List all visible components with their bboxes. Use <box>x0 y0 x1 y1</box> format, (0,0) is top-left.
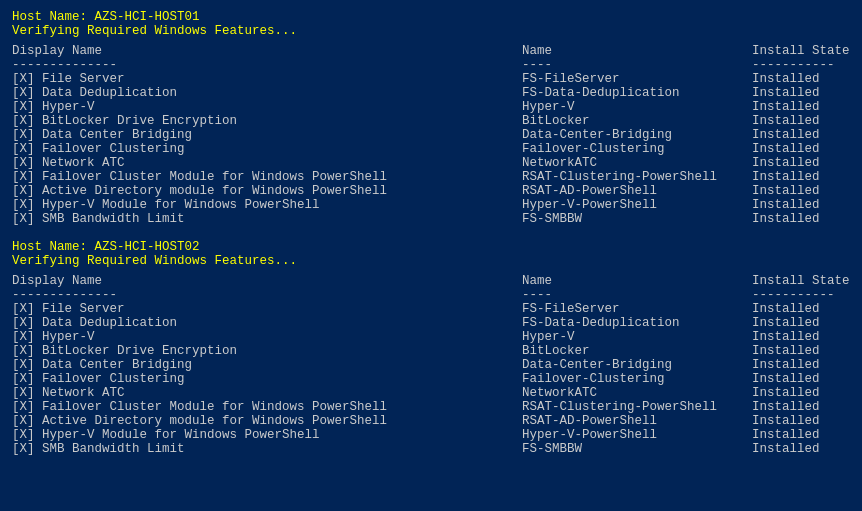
host2-header-name: Name <box>522 274 752 288</box>
row-name: RSAT-AD-PowerShell <box>522 414 752 428</box>
terminal-output: Host Name: AZS-HCI-HOST01 Verifying Requ… <box>12 10 850 456</box>
host2-header-display: Display Name <box>12 274 522 288</box>
host2-table-divider: -------------- ---- ----------- <box>12 288 850 302</box>
row-state: Installed <box>752 100 862 114</box>
row-display: [X] File Server <box>12 72 522 86</box>
table-row: [X] Data Center Bridging Data-Center-Bri… <box>12 358 850 372</box>
table-row: [X] BitLocker Drive Encryption BitLocker… <box>12 344 850 358</box>
row-name: FS-FileServer <box>522 72 752 86</box>
row-state: Installed <box>752 72 862 86</box>
row-display: [X] BitLocker Drive Encryption <box>12 344 522 358</box>
row-name: FS-Data-Deduplication <box>522 86 752 100</box>
row-state: Installed <box>752 128 862 142</box>
row-name: BitLocker <box>522 344 752 358</box>
host1-divider-state: ----------- <box>752 58 862 72</box>
row-state: Installed <box>752 330 862 344</box>
host2-header-state: Install State <box>752 274 862 288</box>
host1-label: Host Name: AZS-HCI-HOST01 <box>12 10 850 24</box>
row-display: [X] File Server <box>12 302 522 316</box>
table-row: [X] Hyper-V Hyper-V Installed <box>12 330 850 344</box>
row-state: Installed <box>752 302 862 316</box>
table-row: [X] Network ATC NetworkATC Installed <box>12 386 850 400</box>
table-row: [X] Data Center Bridging Data-Center-Bri… <box>12 128 850 142</box>
row-name: FS-SMBBW <box>522 442 752 456</box>
row-state: Installed <box>752 442 862 456</box>
row-name: Data-Center-Bridging <box>522 128 752 142</box>
row-state: Installed <box>752 184 862 198</box>
row-state: Installed <box>752 114 862 128</box>
row-display: [X] Data Center Bridging <box>12 128 522 142</box>
row-name: Failover-Clustering <box>522 372 752 386</box>
host2-section: Host Name: AZS-HCI-HOST02 Verifying Requ… <box>12 240 850 456</box>
host2-table-rows: [X] File Server FS-FileServer Installed … <box>12 302 850 456</box>
row-name: Data-Center-Bridging <box>522 358 752 372</box>
host1-table-header: Display Name Name Install State <box>12 44 850 58</box>
row-display: [X] Network ATC <box>12 156 522 170</box>
host1-table-divider: -------------- ---- ----------- <box>12 58 850 72</box>
row-name: FS-SMBBW <box>522 212 752 226</box>
row-name: Hyper-V-PowerShell <box>522 428 752 442</box>
row-state: Installed <box>752 400 862 414</box>
row-name: NetworkATC <box>522 386 752 400</box>
row-display: [X] Failover Clustering <box>12 372 522 386</box>
table-row: [X] SMB Bandwidth Limit FS-SMBBW Install… <box>12 442 850 456</box>
row-name: FS-FileServer <box>522 302 752 316</box>
row-display: [X] Data Deduplication <box>12 316 522 330</box>
table-row: [X] SMB Bandwidth Limit FS-SMBBW Install… <box>12 212 850 226</box>
row-display: [X] Failover Clustering <box>12 142 522 156</box>
host1-divider-name: ---- <box>522 58 752 72</box>
row-state: Installed <box>752 86 862 100</box>
row-name: NetworkATC <box>522 156 752 170</box>
host1-table-rows: [X] File Server FS-FileServer Installed … <box>12 72 850 226</box>
row-state: Installed <box>752 156 862 170</box>
row-state: Installed <box>752 198 862 212</box>
table-row: [X] Active Directory module for Windows … <box>12 414 850 428</box>
row-name: Failover-Clustering <box>522 142 752 156</box>
row-name: Hyper-V-PowerShell <box>522 198 752 212</box>
row-name: Hyper-V <box>522 330 752 344</box>
row-display: [X] Data Center Bridging <box>12 358 522 372</box>
host2-verify: Verifying Required Windows Features... <box>12 254 850 268</box>
host1-header-name: Name <box>522 44 752 58</box>
row-state: Installed <box>752 372 862 386</box>
host2-divider-state: ----------- <box>752 288 862 302</box>
row-state: Installed <box>752 414 862 428</box>
host2-divider-display: -------------- <box>12 288 522 302</box>
row-state: Installed <box>752 358 862 372</box>
row-display: [X] SMB Bandwidth Limit <box>12 442 522 456</box>
host2-label: Host Name: AZS-HCI-HOST02 <box>12 240 850 254</box>
host2-divider-name: ---- <box>522 288 752 302</box>
row-name: RSAT-Clustering-PowerShell <box>522 170 752 184</box>
row-display: [X] SMB Bandwidth Limit <box>12 212 522 226</box>
host1-section: Host Name: AZS-HCI-HOST01 Verifying Requ… <box>12 10 850 226</box>
table-row: [X] Failover Cluster Module for Windows … <box>12 400 850 414</box>
table-row: [X] File Server FS-FileServer Installed <box>12 72 850 86</box>
table-row: [X] Failover Clustering Failover-Cluster… <box>12 372 850 386</box>
row-state: Installed <box>752 212 862 226</box>
row-name: RSAT-AD-PowerShell <box>522 184 752 198</box>
table-row: [X] Active Directory module for Windows … <box>12 184 850 198</box>
host1-header-display: Display Name <box>12 44 522 58</box>
table-row: [X] Hyper-V Module for Windows PowerShel… <box>12 428 850 442</box>
row-display: [X] Active Directory module for Windows … <box>12 414 522 428</box>
row-display: [X] Hyper-V <box>12 330 522 344</box>
table-row: [X] Hyper-V Hyper-V Installed <box>12 100 850 114</box>
table-row: [X] BitLocker Drive Encryption BitLocker… <box>12 114 850 128</box>
table-row: [X] Network ATC NetworkATC Installed <box>12 156 850 170</box>
row-state: Installed <box>752 428 862 442</box>
row-state: Installed <box>752 344 862 358</box>
table-row: [X] File Server FS-FileServer Installed <box>12 302 850 316</box>
row-name: RSAT-Clustering-PowerShell <box>522 400 752 414</box>
row-name: FS-Data-Deduplication <box>522 316 752 330</box>
row-display: [X] Failover Cluster Module for Windows … <box>12 400 522 414</box>
row-display: [X] Hyper-V <box>12 100 522 114</box>
row-state: Installed <box>752 386 862 400</box>
host2-table-header: Display Name Name Install State <box>12 274 850 288</box>
row-display: [X] Network ATC <box>12 386 522 400</box>
row-state: Installed <box>752 170 862 184</box>
row-display: [X] Hyper-V Module for Windows PowerShel… <box>12 198 522 212</box>
table-row: [X] Hyper-V Module for Windows PowerShel… <box>12 198 850 212</box>
table-row: [X] Data Deduplication FS-Data-Deduplica… <box>12 316 850 330</box>
row-display: [X] Hyper-V Module for Windows PowerShel… <box>12 428 522 442</box>
host1-verify: Verifying Required Windows Features... <box>12 24 850 38</box>
